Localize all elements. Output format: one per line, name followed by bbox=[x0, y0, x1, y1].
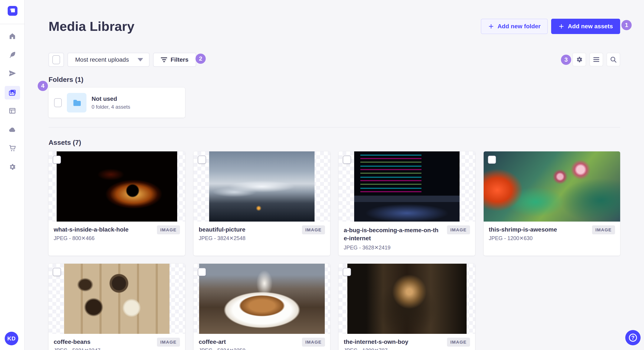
search-button[interactable] bbox=[606, 53, 620, 66]
asset-meta: JPEG - 3824✕2548 bbox=[199, 235, 325, 241]
search-icon bbox=[610, 56, 617, 63]
select-all-checkbox[interactable] bbox=[52, 55, 60, 64]
list-view-button[interactable] bbox=[590, 53, 603, 66]
select-all-tile[interactable] bbox=[48, 53, 64, 67]
plus-icon bbox=[558, 23, 564, 29]
asset-card-coffee-art[interactable]: coffee-art JPEG - 5824✕3259 IMAGE bbox=[194, 264, 330, 350]
add-new-assets-label: Add new assets bbox=[568, 23, 613, 30]
asset-thumbnail[interactable] bbox=[194, 151, 330, 222]
feather-icon bbox=[8, 51, 16, 58]
sidebar-item-media-library[interactable] bbox=[5, 86, 20, 100]
library-boy-image bbox=[347, 264, 466, 334]
add-new-assets-button[interactable]: Add new assets bbox=[551, 19, 620, 34]
asset-checkbox[interactable] bbox=[53, 156, 61, 164]
folder-meta: 0 folder, 4 assets bbox=[92, 104, 130, 110]
asset-meta: JPEG - 800✕466 bbox=[54, 235, 180, 241]
folder-icon bbox=[72, 98, 82, 108]
gear-icon bbox=[576, 56, 583, 63]
sort-select[interactable]: Most recent uploads bbox=[68, 53, 150, 67]
user-avatar[interactable]: KD bbox=[5, 332, 18, 345]
mountains-image bbox=[209, 151, 314, 222]
asset-thumbnail[interactable] bbox=[484, 151, 620, 222]
coffee-beans-image bbox=[64, 264, 170, 334]
help-button[interactable]: ? bbox=[625, 330, 640, 345]
page-title: Media Library bbox=[48, 19, 134, 34]
asset-type-badge: IMAGE bbox=[302, 338, 325, 347]
strapi-logo[interactable] bbox=[8, 6, 18, 16]
asset-checkbox[interactable] bbox=[53, 268, 61, 276]
assets-heading: Assets (7) bbox=[48, 139, 81, 147]
sidebar: KD bbox=[0, 0, 25, 350]
add-new-folder-button[interactable]: Add new folder bbox=[481, 19, 548, 34]
filters-button[interactable]: Filters bbox=[153, 53, 196, 67]
cloud-icon bbox=[8, 126, 16, 134]
asset-meta: JPEG - 3628✕2419 bbox=[344, 245, 470, 251]
asset-card-internet-boy[interactable]: the-internet-s-own-boy JPEG - 1200✕707 I… bbox=[338, 264, 475, 350]
annotation-badge-4: 4 bbox=[38, 81, 48, 91]
asset-type-badge: IMAGE bbox=[157, 338, 180, 347]
folder-tile bbox=[67, 93, 86, 113]
black-hole-image bbox=[57, 151, 177, 222]
annotation-badge-2: 2 bbox=[196, 54, 206, 64]
code-laptop-image bbox=[354, 151, 460, 222]
folder-checkbox[interactable] bbox=[54, 98, 62, 107]
sort-select-value: Most recent uploads bbox=[75, 56, 129, 63]
asset-thumbnail[interactable] bbox=[338, 264, 475, 334]
asset-type-badge: IMAGE bbox=[592, 225, 615, 234]
plus-icon bbox=[488, 23, 494, 29]
chevron-down-icon bbox=[138, 58, 143, 61]
asset-card-beautiful-picture[interactable]: beautiful-picture JPEG - 3824✕2548 IMAGE bbox=[194, 151, 330, 256]
sidebar-item-releases[interactable] bbox=[5, 67, 20, 80]
cart-icon bbox=[8, 144, 16, 152]
sidebar-item-content-type-builder[interactable] bbox=[5, 104, 20, 118]
asset-type-badge: IMAGE bbox=[157, 225, 180, 234]
sidebar-item-deploy[interactable] bbox=[5, 123, 20, 137]
section-divider bbox=[48, 127, 620, 128]
asset-card-shrimp[interactable]: this-shrimp-is-awesome JPEG - 1200✕630 I… bbox=[484, 151, 620, 256]
question-mark-icon: ? bbox=[629, 334, 637, 342]
asset-checkbox[interactable] bbox=[343, 156, 351, 164]
folder-name: Not used bbox=[92, 95, 130, 102]
asset-grid: what-s-inside-a-black-hole JPEG - 800✕46… bbox=[48, 151, 620, 350]
list-icon bbox=[593, 56, 599, 63]
sidebar-item-settings[interactable] bbox=[5, 160, 20, 174]
sidebar-item-content-manager[interactable] bbox=[5, 48, 20, 61]
gear-icon bbox=[8, 163, 16, 171]
asset-checkbox[interactable] bbox=[198, 156, 206, 164]
asset-type-badge: IMAGE bbox=[302, 225, 325, 234]
asset-card-coffee-beans[interactable]: coffee-beans JPEG - 5021✕3347 IMAGE bbox=[48, 264, 185, 350]
asset-thumbnail[interactable] bbox=[338, 151, 475, 222]
latte-art-image bbox=[199, 264, 325, 334]
asset-meta: JPEG - 5824✕3259 bbox=[199, 348, 325, 350]
asset-thumbnail[interactable] bbox=[48, 151, 185, 222]
filters-label: Filters bbox=[170, 56, 188, 63]
asset-card-bug-meme[interactable]: a-bug-is-becoming-a-meme-on-the-internet… bbox=[338, 151, 475, 256]
sidebar-item-marketplace[interactable] bbox=[5, 141, 20, 155]
strapi-logo-icon bbox=[9, 8, 16, 14]
images-icon bbox=[8, 89, 16, 97]
asset-checkbox[interactable] bbox=[488, 156, 496, 164]
folder-card[interactable]: Not used 0 folder, 4 assets bbox=[48, 88, 185, 118]
layout-icon bbox=[8, 107, 16, 115]
asset-thumbnail[interactable] bbox=[48, 264, 185, 334]
asset-meta: JPEG - 1200✕630 bbox=[489, 235, 615, 241]
asset-meta: JPEG - 1200✕707 bbox=[344, 348, 470, 350]
asset-card-black-hole[interactable]: what-s-inside-a-black-hole JPEG - 800✕46… bbox=[48, 151, 185, 256]
shrimp-image bbox=[484, 151, 620, 222]
toolbar-left: Most recent uploads Filters bbox=[48, 53, 196, 67]
header-actions: Add new folder Add new assets bbox=[481, 19, 620, 34]
asset-type-badge: IMAGE bbox=[447, 225, 470, 234]
asset-type-badge: IMAGE bbox=[447, 338, 470, 347]
view-settings-button[interactable] bbox=[572, 53, 586, 66]
paper-plane-icon bbox=[8, 70, 16, 77]
add-new-folder-label: Add new folder bbox=[498, 23, 540, 30]
asset-thumbnail[interactable] bbox=[194, 264, 330, 334]
toolbar-right bbox=[572, 53, 620, 66]
sidebar-item-home[interactable] bbox=[5, 29, 20, 43]
asset-meta: JPEG - 5021✕3347 bbox=[54, 348, 180, 350]
asset-checkbox[interactable] bbox=[198, 268, 206, 276]
annotation-badge-1: 1 bbox=[622, 20, 632, 30]
asset-checkbox[interactable] bbox=[343, 268, 351, 276]
filter-icon bbox=[161, 56, 167, 63]
sidebar-divider bbox=[0, 24, 24, 24]
